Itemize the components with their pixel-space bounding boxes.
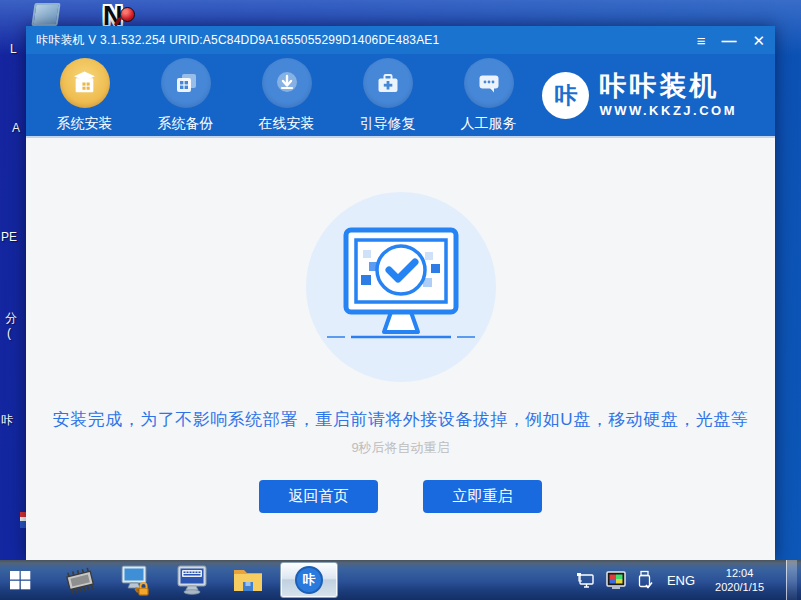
display-color-icon[interactable] [605,571,627,589]
installer-window: 咔咔装机 V 3.1.532.254 URID:A5C84DD9A1655055… [26,26,775,560]
network-icon[interactable] [575,571,595,589]
taskbar: 咔 [0,560,801,600]
screen-lock-app-button[interactable] [114,560,158,600]
start-button[interactable] [0,560,40,600]
desktop-label-fragment: 分 [5,310,17,327]
nav-item-system-backup[interactable]: 系统备份 [135,58,236,133]
content-area: 安装完成，为了不影响系统部署，重启前请将外接设备拔掉，例如U盘，移动硬盘，光盘等… [26,138,775,560]
restart-countdown: 9秒后将自动重启 [351,439,449,457]
boot-repair-kit-icon [363,58,413,108]
desktop-label-fragment: 咔 [1,412,13,429]
clock[interactable]: 12:04 2020/1/15 [709,566,770,594]
monitor-check-icon [319,224,483,350]
brand-name: 咔咔装机 [599,73,737,100]
file-explorer-icon [231,565,265,595]
nav-label: 系统安装 [57,115,113,133]
completion-message: 安装完成，为了不影响系统部署，重启前请将外接设备拔掉，例如U盘，移动硬盘，光盘等 [53,408,748,431]
support-chat-icon [464,58,514,108]
clock-time: 12:04 [715,566,764,580]
nav-item-support[interactable]: 人工服务 [438,58,539,133]
show-desktop-button[interactable] [786,560,797,600]
install-complete-illustration [306,192,496,382]
nav-bar: 系统安装 系统备份 [26,54,775,138]
language-indicator[interactable]: ENG [663,573,699,588]
usb-safely-remove-icon[interactable] [637,570,653,590]
memory-chip-app-button[interactable] [58,560,102,600]
screen-lock-icon [119,564,153,596]
memory-chip-icon [61,565,99,595]
nav-label: 系统备份 [158,115,214,133]
desktop-label-fragment: PE [1,230,17,244]
titlebar[interactable]: 咔咔装机 V 3.1.532.254 URID:A5C84DD9A1655055… [26,26,775,54]
install-box-icon [60,58,110,108]
notepad-ball-icon [120,7,135,22]
file-explorer-app-button[interactable] [226,560,270,600]
online-download-icon [262,58,312,108]
restart-now-button[interactable]: 立即重启 [423,480,542,513]
nav-label: 引导修复 [360,115,416,133]
kaka-logo-icon: 咔 [295,566,323,594]
desktop-label-fragment: ( [7,326,11,340]
nav-label: 人工服务 [461,115,517,133]
brand-site: WWW.KKZJ.COM [599,104,737,117]
close-icon[interactable]: ✕ [752,33,765,48]
nav-item-online-install[interactable]: 在线安装 [236,58,337,133]
windows-logo-icon [8,568,32,592]
brand-logo: 咔 咔咔装机 WWW.KKZJ.COM [542,72,737,119]
nav-item-boot-repair[interactable]: 引导修复 [337,58,438,133]
window-title: 咔咔装机 V 3.1.532.254 URID:A5C84DD9A1655055… [36,32,439,49]
desktop-label-fragment: A [12,121,20,135]
desktop-shortcut-icon[interactable] [31,3,60,26]
clock-date: 2020/1/15 [715,580,764,594]
on-screen-keyboard-icon [174,564,210,596]
nav-label: 在线安装 [259,115,315,133]
on-screen-keyboard-app-button[interactable] [170,560,214,600]
minimize-icon[interactable]: — [721,33,736,48]
nav-item-system-install[interactable]: 系统安装 [34,58,135,133]
menu-icon[interactable]: ≡ [697,33,706,48]
desktop-label-fragment: L [10,42,17,56]
kaka-app-taskbar-button[interactable]: 咔 [280,562,338,598]
return-home-button[interactable]: 返回首页 [259,480,378,513]
backup-copies-icon [161,58,211,108]
brand-circle-icon: 咔 [542,72,589,119]
